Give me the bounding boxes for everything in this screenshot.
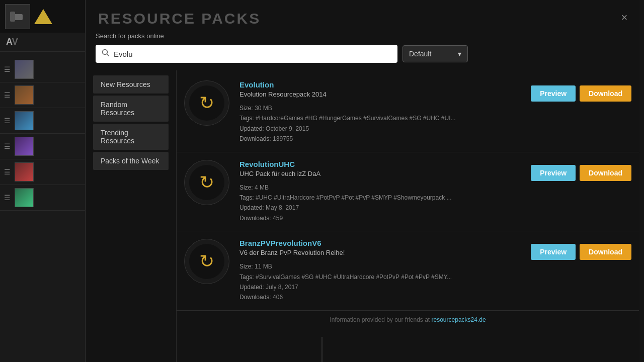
result-size-revolutionuhc: Size: 4 MB [239,183,521,193]
sort-dropdown[interactable]: Default ▾ [403,45,468,62]
sidebar-item-6[interactable]: ☰ [0,185,85,211]
result-updated-branzpvp: Updated: July 8, 2017 [239,282,521,292]
svg-rect-1 [10,12,15,22]
nav-trending-resources[interactable]: Trending Resources [93,124,169,150]
result-updated-evolution: Updated: October 9, 2015 [239,124,521,134]
sidebar-item-1[interactable]: ☰ [0,57,85,82]
result-name-revolutionuhc: RevolutionUHC [239,160,521,168]
sidebar-thumb-5 [15,162,34,182]
refresh-icon-revolutionuhc: ↻ [199,172,214,193]
left-nav: New Resources Random Resources Trending … [86,70,176,362]
result-info-evolution: Evolution Evolution Resourcepack 2014 Si… [239,80,521,144]
result-thumb-inner-branzpvp: ↻ [189,244,224,279]
result-tags-evolution: Tags: #HardcoreGames #HG #HungerGames #S… [239,113,521,123]
search-section: Search for packs online Default ▾ [86,32,644,70]
footer-text: Information provided by our friends at [330,316,431,323]
sort-label: Default [409,50,431,58]
results-area: ↻ Evolution Evolution Resourcepack 2014 … [176,70,644,362]
sidebar-items-list: ☰ ☰ ☰ ☰ ☰ ☰ [0,52,85,211]
sidebar-thumb-2 [15,85,34,105]
result-actions-revolutionuhc: Preview Download [531,160,631,181]
result-updated-revolutionuhc: Updated: May 8, 2017 [239,203,521,213]
action-row-revolutionuhc: Preview Download [531,165,631,181]
sidebar-item-2[interactable]: ☰ [0,82,85,108]
svg-point-2 [103,50,108,55]
sidebar-thumb-3 [15,111,34,130]
result-thumb-inner-evolution: ↻ [189,85,224,121]
sidebar-thumb-4 [15,137,34,156]
nav-random-resources[interactable]: Random Resources [93,96,169,122]
hamburger-icon-2: ☰ [4,91,11,99]
search-row: Default ▾ [96,45,634,63]
search-label: Search for packs online [96,32,634,40]
nav-new-resources[interactable]: New Resources [93,75,169,94]
preview-button-revolutionuhc[interactable]: Preview [531,165,576,181]
result-thumb-branzpvp: ↻ [184,239,229,284]
result-subtitle-branzpvp: V6 der Branz PvP Revolution Reihe! [239,249,521,256]
result-tags-revolutionuhc: Tags: #UHC #UltraHardcore #PotPvP #Pot #… [239,193,521,203]
chevron-down-icon: ▾ [458,50,461,58]
search-input[interactable] [114,50,391,58]
hamburger-icon-3: ☰ [4,117,11,125]
content-area: New Resources Random Resources Trending … [86,70,644,362]
result-actions-branzpvp: Preview Download [531,239,631,260]
resource-panel: RESOURCE PACKS × Search for packs online… [86,0,644,362]
footer-info: Information provided by our friends at r… [177,311,639,328]
result-thumb-inner-revolutionuhc: ↻ [189,165,224,200]
nav-packs-of-week[interactable]: Packs of the Week [93,152,169,170]
panel-header: RESOURCE PACKS × [86,0,644,32]
footer-link[interactable]: resourcepacks24.de [432,316,486,323]
result-downloads-evolution: Downloads: 139755 [239,134,521,144]
result-subtitle-revolutionuhc: UHC Pack für euch izZ DaA [239,170,521,177]
sidebar-item-4[interactable]: ☰ [0,134,85,159]
result-info-revolutionuhc: RevolutionUHC UHC Pack für euch izZ DaA … [239,160,521,224]
result-thumb-revolutionuhc: ↻ [184,160,229,205]
result-thumb-evolution: ↻ [184,80,229,126]
preview-button-evolution[interactable]: Preview [531,85,576,102]
result-item-revolutionuhc: ↻ RevolutionUHC UHC Pack für euch izZ Da… [177,152,639,232]
sidebar-logo-icon [5,4,30,29]
hamburger-icon-6: ☰ [4,194,11,202]
hamburger-icon-4: ☰ [4,142,11,150]
download-button-revolutionuhc[interactable]: Download [580,165,631,181]
result-size-evolution: Size: 30 MB [239,103,521,113]
action-row-evolution: Preview Download [531,85,631,102]
result-name-branzpvp: BranzPVPrevolutionV6 [239,239,521,247]
download-button-evolution[interactable]: Download [580,85,631,102]
result-subtitle-evolution: Evolution Resourcepack 2014 [239,90,521,98]
result-meta-branzpvp: Size: 11 MB Tags: #SurvivalGames #SG #UH… [239,261,521,303]
result-item-evolution: ↻ Evolution Evolution Resourcepack 2014 … [177,73,639,152]
bottom-divider [321,337,323,362]
sidebar-logo [0,0,85,33]
close-button[interactable]: × [617,11,631,25]
result-info-branzpvp: BranzPVPrevolutionV6 V6 der Branz PvP Re… [239,239,521,303]
refresh-icon-evolution: ↻ [199,93,214,114]
hamburger-icon-5: ☰ [4,168,11,176]
sidebar-thumb-6 [15,188,34,207]
sidebar-item-3[interactable]: ☰ [0,108,85,134]
result-name-evolution: Evolution [239,80,521,89]
hamburger-icon: ☰ [4,65,11,73]
result-actions-evolution: Preview Download [531,80,631,102]
preview-button-branzpvp[interactable]: Preview [531,244,576,260]
result-downloads-revolutionuhc: Downloads: 459 [239,213,521,223]
download-button-branzpvp[interactable]: Download [580,244,631,260]
result-tags-branzpvp: Tags: #SurvivalGames #SG #UHC #UltraHard… [239,272,521,282]
svg-line-3 [107,54,110,57]
result-meta-revolutionuhc: Size: 4 MB Tags: #UHC #UltraHardcore #Po… [239,183,521,224]
refresh-icon-branzpvp: ↻ [199,251,214,272]
search-icon [102,49,110,59]
action-row-branzpvp: Preview Download [531,244,631,260]
sidebar: AV ☰ ☰ ☰ ☰ ☰ ☰ [0,0,86,362]
result-downloads-branzpvp: Downloads: 406 [239,292,521,302]
panel-title: RESOURCE PACKS [98,10,261,27]
search-input-wrapper [96,45,397,63]
sidebar-thumb-1 [15,60,34,79]
result-item-branzpvp: ↻ BranzPVPrevolutionV6 V6 der Branz PvP … [177,231,639,311]
sidebar-item-5[interactable]: ☰ [0,159,85,185]
result-meta-evolution: Size: 30 MB Tags: #HardcoreGames #HG #Hu… [239,103,521,144]
result-size-branzpvp: Size: 11 MB [239,261,521,272]
